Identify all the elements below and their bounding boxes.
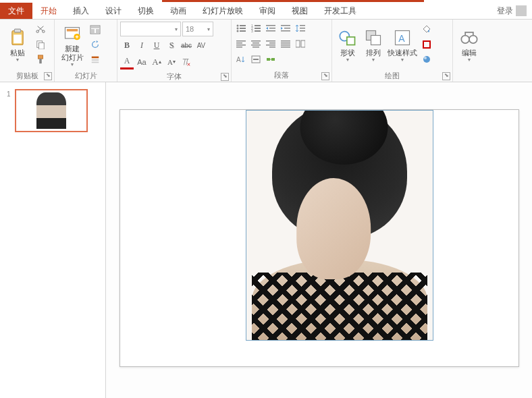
svg-rect-38 <box>236 40 246 42</box>
svg-point-17 <box>237 25 239 27</box>
reset-icon <box>90 40 100 49</box>
grow-font-button[interactable]: A▴ <box>150 55 163 69</box>
increase-indent-button[interactable] <box>279 22 292 35</box>
thumbnail-1[interactable]: 1 <box>15 89 88 132</box>
svg-rect-59 <box>267 58 270 61</box>
shadow-button[interactable]: S <box>165 38 178 52</box>
align-right-button[interactable] <box>264 37 277 51</box>
svg-rect-44 <box>251 45 261 46</box>
cut-button[interactable] <box>34 23 47 36</box>
tab-slideshow[interactable]: 幻灯片放映 <box>194 3 251 19</box>
effects-icon <box>422 55 431 64</box>
brush-icon <box>36 55 45 64</box>
clear-format-button[interactable] <box>180 55 193 69</box>
font-size-select[interactable]: 18▾ <box>182 22 213 36</box>
reset-button[interactable] <box>88 38 102 51</box>
smartart-icon <box>266 55 275 63</box>
smartart-button[interactable] <box>264 53 277 66</box>
numbering-icon: 123 <box>251 24 261 32</box>
tab-design[interactable]: 设计 <box>97 3 130 19</box>
tab-home[interactable]: 开始 <box>32 3 65 19</box>
svg-point-70 <box>461 36 469 44</box>
tab-animation[interactable]: 动画 <box>162 3 194 19</box>
paragraph-launcher[interactable]: ⬊ <box>321 72 329 80</box>
login-button[interactable]: 登录 <box>497 5 527 17</box>
align-center-icon <box>251 40 261 48</box>
slide-canvas[interactable] <box>119 109 519 367</box>
dropdown-icon: ▼ <box>467 57 472 62</box>
svg-rect-41 <box>236 47 242 48</box>
tab-insert[interactable]: 插入 <box>65 3 97 19</box>
align-center-button[interactable] <box>249 37 263 51</box>
layout-button[interactable] <box>88 23 102 36</box>
svg-rect-64 <box>371 36 381 45</box>
svg-rect-20 <box>240 28 246 29</box>
shape-effects-button[interactable] <box>420 53 433 66</box>
svg-rect-6 <box>39 59 42 63</box>
svg-rect-11 <box>91 26 99 28</box>
selected-image[interactable] <box>246 110 433 341</box>
binoculars-icon <box>460 28 479 47</box>
copy-icon <box>36 40 45 49</box>
svg-rect-29 <box>266 25 275 26</box>
numbering-button[interactable]: 123 <box>249 22 263 35</box>
svg-rect-26 <box>255 28 261 29</box>
svg-rect-13 <box>96 29 99 33</box>
tab-developer[interactable]: 开发工具 <box>316 3 365 19</box>
align-right-icon <box>266 40 275 48</box>
shapes-button[interactable]: 形状 ▼ <box>335 22 361 69</box>
justify-icon <box>281 40 290 48</box>
paste-button[interactable]: 粘贴 ▼ <box>3 22 32 69</box>
font-launcher[interactable]: ⬊ <box>221 73 229 81</box>
svg-rect-48 <box>266 45 275 46</box>
align-text-button[interactable] <box>249 53 263 66</box>
bold-button[interactable]: B <box>120 38 134 52</box>
line-spacing-button[interactable] <box>294 22 307 35</box>
svg-rect-31 <box>266 30 275 32</box>
change-case-button[interactable]: Aa <box>135 55 149 69</box>
bullets-button[interactable] <box>234 22 248 35</box>
thumbnail-image <box>36 92 66 129</box>
portrait-image <box>246 111 433 340</box>
dropdown-icon: ▼ <box>400 57 405 62</box>
justify-button[interactable] <box>279 37 292 51</box>
svg-rect-50 <box>281 40 290 42</box>
arrange-icon <box>364 28 383 47</box>
tab-review[interactable]: 审阅 <box>251 3 284 19</box>
svg-rect-49 <box>269 47 275 48</box>
new-slide-button[interactable]: 新建 幻灯片 ▼ <box>57 22 87 69</box>
align-left-button[interactable] <box>234 37 248 51</box>
svg-rect-4 <box>38 42 44 49</box>
clipboard-launcher[interactable]: ⬊ <box>44 72 52 80</box>
shape-outline-button[interactable] <box>420 38 433 51</box>
font-color-button[interactable]: A <box>120 54 134 69</box>
dropdown-icon: ▼ <box>16 57 20 62</box>
underline-button[interactable]: U <box>150 38 163 52</box>
svg-rect-32 <box>281 25 290 26</box>
section-button[interactable] <box>88 53 102 66</box>
tab-transition[interactable]: 切换 <box>130 3 162 19</box>
font-name-select[interactable]: ▾ <box>120 22 181 36</box>
italic-button[interactable]: I <box>135 38 149 52</box>
ribbon: 粘贴 ▼ 剪贴板⬊ 新建 幻灯片 ▼ 幻灯片 <box>0 20 532 82</box>
find-button[interactable]: 编辑 ▼ <box>456 22 483 69</box>
shrink-font-button[interactable]: A▾ <box>165 55 178 69</box>
svg-rect-36 <box>300 28 305 29</box>
tab-file[interactable]: 文件 <box>0 3 32 19</box>
strike-button[interactable]: abc <box>180 38 193 52</box>
char-spacing-button[interactable]: AV <box>194 38 208 52</box>
outline-icon <box>422 40 431 49</box>
tab-view[interactable]: 视图 <box>284 3 316 19</box>
text-direction-button[interactable]: A <box>234 53 248 66</box>
format-painter-button[interactable] <box>34 53 47 66</box>
group-slides: 新建 幻灯片 ▼ 幻灯片 <box>55 20 117 82</box>
svg-point-68 <box>423 56 430 63</box>
drawing-launcher[interactable]: ⬊ <box>442 72 450 80</box>
copy-button[interactable] <box>34 38 47 51</box>
quickstyle-button[interactable]: A 快速样式 ▼ <box>386 22 419 69</box>
shape-fill-button[interactable] <box>420 23 433 36</box>
arrange-button[interactable]: 排列 ▼ <box>361 22 386 69</box>
svg-rect-40 <box>236 45 246 46</box>
columns-button[interactable] <box>294 37 307 51</box>
decrease-indent-button[interactable] <box>264 22 277 35</box>
